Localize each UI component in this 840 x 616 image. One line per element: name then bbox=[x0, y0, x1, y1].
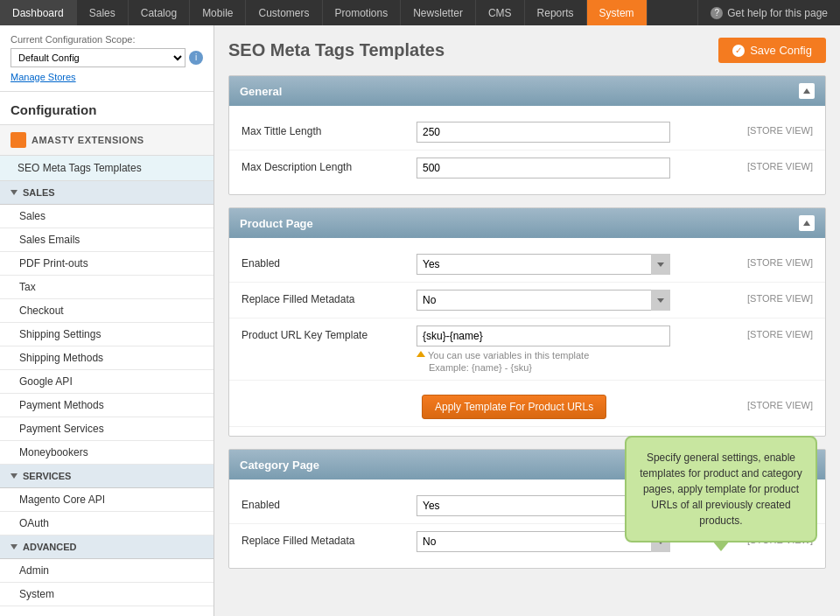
sidebar-item-shipping-settings[interactable]: Shipping Settings bbox=[0, 323, 214, 346]
sidebar: Current Configuration Scope: Default Con… bbox=[0, 25, 214, 616]
sidebar-item-payment-services[interactable]: Payment Services bbox=[0, 417, 214, 441]
sidebar-group-advanced[interactable]: ADVANCED bbox=[0, 536, 214, 559]
sidebar-item-checkout[interactable]: Checkout bbox=[0, 299, 214, 323]
vendor-label: AMASTY EXTENSIONS bbox=[32, 135, 144, 145]
product-replace-label: Replace Filled Metadata bbox=[242, 290, 416, 305]
nav-promotions[interactable]: Promotions bbox=[323, 0, 402, 25]
product-enabled-row: Enabled Yes No [STORE VIEW] bbox=[229, 247, 825, 283]
sidebar-item-sales-emails[interactable]: Sales Emails bbox=[0, 228, 214, 252]
product-enabled-label: Enabled bbox=[242, 254, 416, 270]
general-toggle[interactable] bbox=[799, 83, 815, 99]
nav-dashboard[interactable]: Dashboard bbox=[0, 0, 77, 25]
help-label: Get help for this page bbox=[727, 7, 828, 19]
vendor-icon bbox=[10, 132, 26, 148]
sidebar-item-payment-methods[interactable]: Payment Methods bbox=[0, 394, 214, 417]
page-title: SEO Meta Tags Templates bbox=[228, 40, 444, 60]
nav-mobile[interactable]: Mobile bbox=[190, 0, 246, 25]
product-replace-control: No Yes bbox=[416, 290, 670, 311]
save-config-button[interactable]: ✓ Save Config bbox=[718, 38, 826, 63]
main-content: SEO Meta Tags Templates ✓ Save Config Ge… bbox=[214, 25, 840, 616]
sidebar-item-sales[interactable]: Sales bbox=[0, 205, 214, 228]
sidebar-group-services[interactable]: SERVICES bbox=[0, 465, 214, 488]
nav-system[interactable]: System bbox=[587, 0, 648, 25]
tooltip-text: Specify general settings, enable templat… bbox=[640, 452, 802, 527]
sidebar-item-magento-core-api[interactable]: Magento Core API bbox=[0, 488, 214, 512]
manage-stores-link[interactable]: Manage Stores bbox=[10, 72, 203, 82]
nav-sales[interactable]: Sales bbox=[77, 0, 129, 25]
services-group-label: SERVICES bbox=[23, 471, 71, 481]
nav-customers[interactable]: Customers bbox=[246, 0, 322, 25]
nav-catalog[interactable]: Catalog bbox=[129, 0, 190, 25]
max-desc-label: Max Description Length bbox=[242, 158, 416, 173]
general-section-body: Max Tittle Length [STORE VIEW] Max Descr… bbox=[229, 106, 825, 194]
help-icon: ? bbox=[710, 7, 723, 19]
nav-newsletter[interactable]: Newsletter bbox=[401, 0, 476, 25]
sidebar-item-shipping-methods[interactable]: Shipping Methods bbox=[0, 346, 214, 370]
max-title-row: Max Tittle Length [STORE VIEW] bbox=[229, 115, 825, 150]
product-url-key-input[interactable] bbox=[416, 326, 670, 346]
product-url-key-row: Product URL Key Template You can use var… bbox=[229, 318, 825, 381]
nav-help[interactable]: ? Get help for this page bbox=[697, 0, 840, 25]
sidebar-item-oauth[interactable]: OAuth bbox=[0, 512, 214, 536]
category-enabled-label: Enabled bbox=[242, 495, 416, 511]
product-enabled-control: Yes No bbox=[416, 254, 670, 275]
sidebar-item-admin[interactable]: Admin bbox=[0, 559, 214, 583]
max-title-scope: [STORE VIEW] bbox=[737, 122, 813, 136]
sidebar-vendor: AMASTY EXTENSIONS bbox=[0, 125, 214, 156]
scope-select[interactable]: Default Config bbox=[10, 48, 186, 67]
sidebar-group-sales[interactable]: SALES bbox=[0, 181, 214, 205]
scope-section: Current Configuration Scope: Default Con… bbox=[0, 25, 214, 92]
category-section-title: Category Page bbox=[240, 458, 319, 472]
save-icon: ✓ bbox=[732, 45, 745, 57]
product-url-key-label: Product URL Key Template bbox=[242, 326, 416, 341]
template-hint: You can use variables in this template bbox=[416, 350, 670, 360]
max-title-label: Max Tittle Length bbox=[242, 122, 416, 137]
sidebar-item-google-api[interactable]: Google API bbox=[0, 370, 214, 394]
sidebar-item-pdf-printouts[interactable]: PDF Print-outs bbox=[0, 252, 214, 276]
nav-cms[interactable]: CMS bbox=[476, 0, 525, 25]
max-desc-input[interactable] bbox=[416, 158, 670, 178]
advanced-group-label: ADVANCED bbox=[23, 542, 77, 552]
product-page-section: Product Page Enabled Yes No bbox=[228, 207, 826, 437]
general-section-title: General bbox=[240, 85, 282, 98]
config-title: Configuration bbox=[0, 92, 214, 125]
apply-template-row: Apply Template For Product URLs [STORE V… bbox=[229, 381, 825, 427]
max-desc-row: Max Description Length [STORE VIEW] bbox=[229, 150, 825, 186]
sidebar-item-system[interactable]: System bbox=[0, 583, 214, 606]
nav-reports[interactable]: Reports bbox=[525, 0, 587, 25]
scope-info-icon[interactable]: i bbox=[189, 51, 203, 65]
product-enabled-scope: [STORE VIEW] bbox=[737, 254, 813, 268]
product-replace-scope: [STORE VIEW] bbox=[737, 290, 813, 304]
sales-group-arrow bbox=[10, 190, 18, 195]
services-group-arrow bbox=[10, 473, 18, 479]
product-replace-select[interactable]: No Yes bbox=[416, 290, 670, 311]
general-toggle-arrow bbox=[803, 88, 810, 94]
sidebar-active-item[interactable]: SEO Meta Tags Templates bbox=[0, 156, 214, 181]
max-title-input[interactable] bbox=[416, 122, 670, 143]
product-replace-row: Replace Filled Metadata No Yes [STORE VI… bbox=[229, 283, 825, 318]
category-replace-label: Replace Filled Metadata bbox=[242, 531, 416, 547]
product-section-header[interactable]: Product Page bbox=[229, 208, 825, 238]
general-section-header[interactable]: General bbox=[229, 76, 825, 106]
top-navigation: Dashboard Sales Catalog Mobile Customers… bbox=[0, 0, 840, 25]
max-title-control bbox=[416, 122, 670, 143]
sales-group-label: SALES bbox=[23, 187, 55, 198]
apply-template-button[interactable]: Apply Template For Product URLs bbox=[422, 395, 606, 419]
apply-template-scope: [STORE VIEW] bbox=[737, 396, 813, 410]
template-example: Example: {name} - {sku} bbox=[416, 362, 670, 373]
product-enabled-select[interactable]: Yes No bbox=[416, 254, 670, 275]
max-desc-scope: [STORE VIEW] bbox=[737, 158, 813, 172]
product-section-title: Product Page bbox=[240, 217, 313, 230]
product-section-body: Enabled Yes No [STORE VIEW] Replace Fill… bbox=[229, 238, 825, 436]
sidebar-item-tax[interactable]: Tax bbox=[0, 276, 214, 299]
template-hint-text: You can use variables in this template bbox=[428, 350, 589, 360]
general-section: General Max Tittle Length [STORE VIEW] bbox=[228, 75, 826, 195]
product-toggle-arrow bbox=[803, 220, 810, 226]
page-header: SEO Meta Tags Templates ✓ Save Config bbox=[228, 38, 826, 63]
tooltip-bubble: Specify general settings, enable templat… bbox=[625, 436, 817, 542]
product-toggle[interactable] bbox=[799, 215, 815, 231]
advanced-group-arrow bbox=[10, 544, 18, 550]
scope-label: Current Configuration Scope: bbox=[10, 34, 203, 45]
sidebar-item-moneybookers[interactable]: Moneybookers bbox=[0, 441, 214, 465]
max-desc-control bbox=[416, 158, 670, 178]
